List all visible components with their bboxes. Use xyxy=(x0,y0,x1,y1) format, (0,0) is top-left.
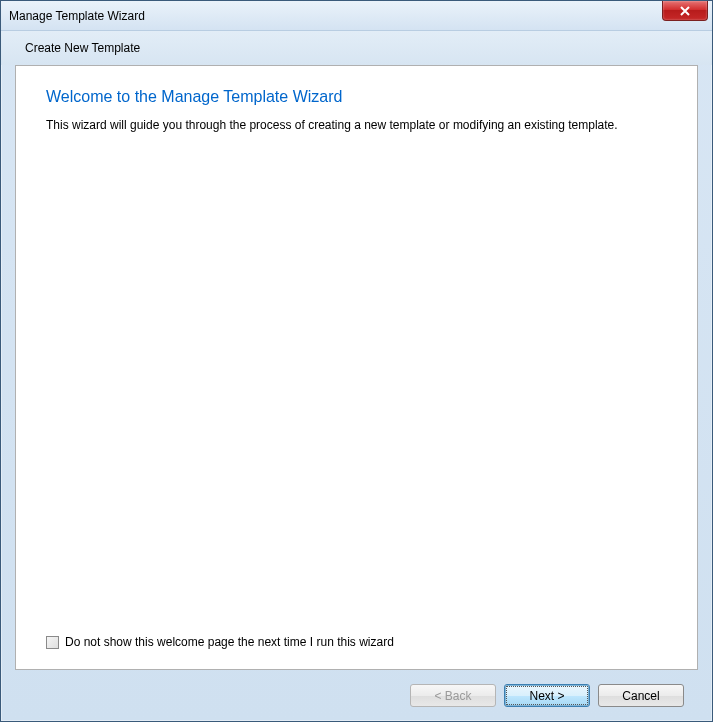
checkbox-label: Do not show this welcome page the next t… xyxy=(65,635,394,649)
next-button[interactable]: Next > xyxy=(504,684,590,707)
welcome-text: This wizard will guide you through the p… xyxy=(46,118,667,132)
do-not-show-checkbox[interactable] xyxy=(46,636,59,649)
cancel-button[interactable]: Cancel xyxy=(598,684,684,707)
button-row: < Back Next > Cancel xyxy=(15,670,698,707)
welcome-title: Welcome to the Manage Template Wizard xyxy=(46,88,667,106)
subheader: Create New Template xyxy=(1,31,712,65)
checkbox-row: Do not show this welcome page the next t… xyxy=(46,635,667,649)
window-title: Manage Template Wizard xyxy=(9,9,145,23)
back-button[interactable]: < Back xyxy=(410,684,496,707)
content-spacer xyxy=(46,152,667,635)
titlebar: Manage Template Wizard xyxy=(1,1,712,31)
close-button[interactable] xyxy=(662,1,708,21)
content-wrap: Welcome to the Manage Template Wizard Th… xyxy=(1,65,712,721)
close-icon xyxy=(679,6,691,16)
wizard-window: Manage Template Wizard Create New Templa… xyxy=(0,0,713,722)
subheader-text: Create New Template xyxy=(25,41,140,55)
wizard-content: Welcome to the Manage Template Wizard Th… xyxy=(15,65,698,670)
